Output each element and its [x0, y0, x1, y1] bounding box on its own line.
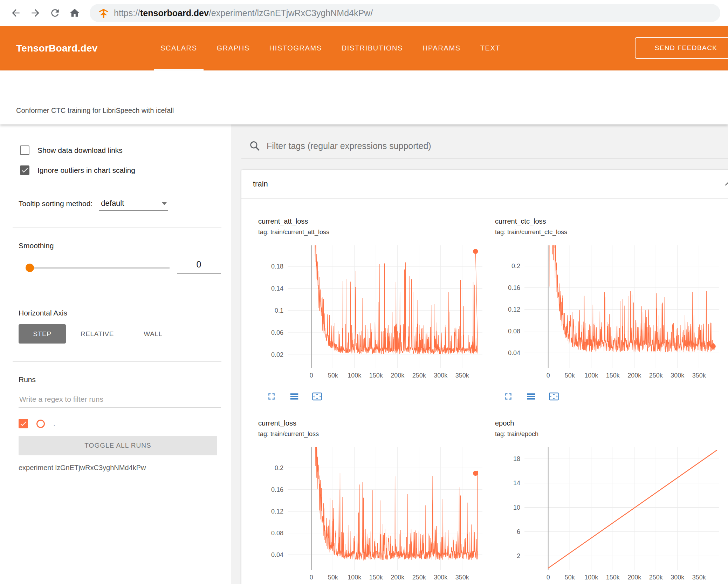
- svg-text:50k: 50k: [328, 372, 338, 379]
- home-icon[interactable]: [67, 5, 83, 21]
- slider-knob[interactable]: [26, 264, 34, 272]
- experiment-title-bar: Conformer CTC training for LibriSpeech w…: [0, 70, 728, 124]
- run-checkbox[interactable]: [19, 419, 28, 428]
- chevron-down-icon: [162, 202, 167, 205]
- svg-text:0.02: 0.02: [271, 351, 283, 358]
- show-download-checkbox[interactable]: [20, 145, 29, 155]
- ignore-outliers-checkbox[interactable]: [20, 165, 29, 175]
- svg-text:14: 14: [513, 480, 520, 487]
- fullscreen-icon[interactable]: [503, 391, 514, 402]
- tab-text[interactable]: TEXT: [471, 26, 510, 70]
- tab-hparams[interactable]: HPARAMS: [413, 26, 471, 70]
- tooltip-sorting-value: default: [101, 199, 124, 208]
- chart-tag: tag: train/current_att_loss: [258, 229, 489, 236]
- screen: https://tensorboard.dev/experiment/lzGnE…: [0, 0, 728, 584]
- ignore-outliers-label: Ignore outliers in chart scaling: [37, 166, 135, 175]
- tooltip-sorting-row: Tooltip sorting method: default: [19, 199, 168, 211]
- forward-icon[interactable]: [27, 5, 43, 21]
- smoothing-label: Smoothing: [19, 242, 54, 250]
- check-icon: [19, 420, 27, 428]
- chart-canvas[interactable]: 0.040.080.120.160.2050k100k150k200k250k3…: [495, 241, 726, 382]
- url-scheme: https://: [114, 8, 140, 18]
- axis-relative-button[interactable]: RELATIVE: [70, 324, 124, 344]
- send-feedback-button[interactable]: SEND FEEDBACK: [635, 37, 728, 59]
- runs-filter-input[interactable]: [19, 391, 221, 408]
- show-download-label: Show data download links: [37, 146, 123, 155]
- experiment-title: Conformer CTC training for LibriSpeech w…: [16, 107, 174, 115]
- svg-text:0.16: 0.16: [271, 486, 283, 493]
- fit-domain-icon[interactable]: [548, 391, 559, 402]
- settings-sidebar: Show data download links Ignore outliers…: [0, 124, 231, 584]
- chart-tag: tag: train/epoch: [495, 430, 726, 438]
- search-icon: [249, 140, 260, 151]
- back-icon[interactable]: [8, 5, 24, 21]
- axis-wall-button[interactable]: WALL: [130, 324, 176, 344]
- svg-text:350k: 350k: [692, 372, 706, 379]
- brand-logo: TensorBoard.dev: [16, 26, 98, 70]
- chart-canvas[interactable]: 0.040.080.120.160.2050k100k150k200k250k3…: [258, 443, 489, 584]
- svg-text:0.14: 0.14: [271, 285, 283, 292]
- svg-text:0.2: 0.2: [275, 464, 283, 471]
- train-card: train current_att_loss tag: train/curren…: [241, 170, 728, 584]
- svg-text:350k: 350k: [692, 574, 706, 581]
- toggle-all-runs-button[interactable]: TOGGLE ALL RUNS: [19, 436, 217, 455]
- chart-title: current_att_loss: [258, 217, 489, 226]
- chart-toolbar: [266, 391, 489, 402]
- run-row: .: [19, 419, 55, 428]
- axis-step-button[interactable]: STEP: [19, 324, 66, 344]
- svg-text:50k: 50k: [328, 574, 338, 581]
- tab-label: HPARAMS: [423, 44, 461, 52]
- tooltip-sorting-dropdown[interactable]: default: [99, 199, 168, 211]
- app-header: TensorBoard.dev SCALARS GRAPHS HISTOGRAM…: [0, 26, 728, 70]
- fullscreen-icon[interactable]: [266, 391, 277, 402]
- svg-text:300k: 300k: [434, 372, 448, 379]
- svg-text:150k: 150k: [606, 574, 620, 581]
- tag-filter-input[interactable]: [266, 141, 728, 151]
- svg-text:250k: 250k: [649, 574, 663, 581]
- tab-label: HISTOGRAMS: [269, 44, 322, 52]
- url-text: https://tensorboard.dev/experiment/lzGnE…: [114, 8, 373, 18]
- tab-distributions[interactable]: DISTRIBUTIONS: [332, 26, 413, 70]
- smoothing-slider[interactable]: [26, 263, 170, 272]
- smoothing-value-input[interactable]: [177, 256, 221, 274]
- tab-scalars[interactable]: SCALARS: [151, 26, 207, 70]
- tab-graphs[interactable]: GRAPHS: [207, 26, 260, 70]
- tab-label: TEXT: [480, 44, 501, 52]
- chart-epoch: epoch tag: train/epoch 26101418050k100k1…: [495, 419, 726, 584]
- group-title: train: [253, 179, 268, 189]
- svg-text:0: 0: [547, 372, 550, 379]
- svg-text:200k: 200k: [391, 372, 405, 379]
- svg-text:200k: 200k: [627, 372, 641, 379]
- svg-text:250k: 250k: [649, 372, 663, 379]
- group-header-train[interactable]: train: [241, 170, 728, 199]
- refresh-icon[interactable]: [47, 5, 63, 21]
- tab-histograms[interactable]: HISTOGRAMS: [260, 26, 332, 70]
- svg-text:300k: 300k: [434, 574, 448, 581]
- lines-icon[interactable]: [526, 391, 537, 402]
- svg-text:100k: 100k: [348, 574, 362, 581]
- svg-text:350k: 350k: [455, 372, 469, 379]
- svg-text:0: 0: [310, 574, 313, 581]
- chart-canvas[interactable]: 26101418050k100k150k200k250k300k350k: [495, 443, 726, 584]
- svg-text:300k: 300k: [671, 574, 685, 581]
- svg-text:250k: 250k: [412, 574, 426, 581]
- chart-canvas[interactable]: 0.020.060.10.140.18050k100k150k200k250k3…: [258, 241, 489, 382]
- svg-text:0: 0: [547, 574, 550, 581]
- address-bar[interactable]: https://tensorboard.dev/experiment/lzGnE…: [90, 4, 720, 22]
- chevron-up-icon: [722, 178, 728, 190]
- runs-label: Runs: [19, 375, 36, 384]
- show-download-row: Show data download links: [20, 145, 123, 155]
- svg-text:350k: 350k: [455, 574, 469, 581]
- lines-icon[interactable]: [289, 391, 300, 402]
- svg-text:18: 18: [513, 455, 520, 462]
- tab-label: SCALARS: [160, 44, 197, 52]
- tag-filter-bar: [241, 124, 728, 158]
- svg-text:300k: 300k: [671, 372, 685, 379]
- svg-text:0.04: 0.04: [508, 349, 520, 356]
- tab-label: DISTRIBUTIONS: [342, 44, 403, 52]
- check-icon: [21, 166, 29, 174]
- fit-domain-icon[interactable]: [311, 391, 323, 402]
- svg-text:0.04: 0.04: [271, 551, 283, 558]
- tooltip-sorting-label: Tooltip sorting method:: [19, 199, 92, 211]
- slider-track[interactable]: [26, 267, 170, 269]
